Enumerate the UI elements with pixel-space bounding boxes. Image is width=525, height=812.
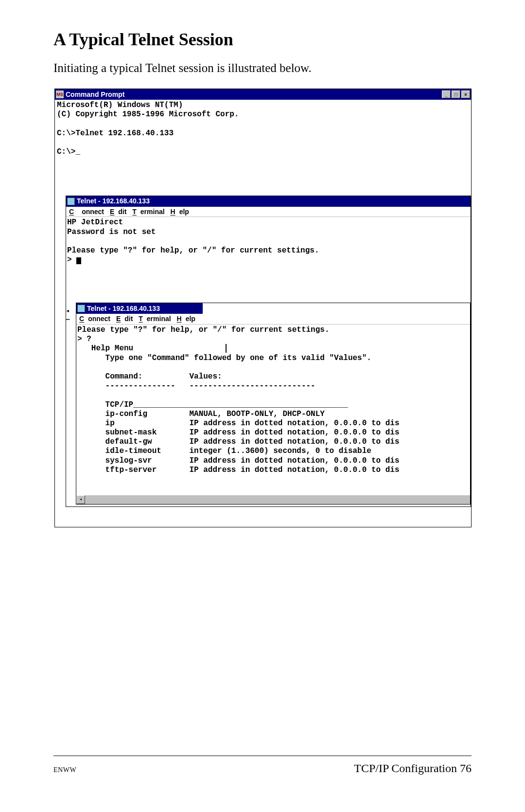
menu-terminal[interactable]: Terminal	[139, 315, 171, 323]
menu-connect[interactable]: Connect	[69, 208, 104, 216]
cmd-titlebar: MS Command Prompt _ □ ×	[55, 89, 471, 100]
cmd-title-text: Command Prompt	[66, 90, 441, 98]
telnet2-menubar: Connect Edit Terminal Help	[76, 314, 470, 325]
minimize-button[interactable]: _	[442, 90, 451, 98]
telnet1-titlebar: Telnet - 192.168.40.133	[66, 196, 471, 207]
telnet1-menubar: Connect Edit Terminal Help	[66, 207, 471, 217]
telnet-icon	[77, 305, 85, 312]
telnet2-body: Please type "?" for help, or "/" for cur…	[76, 325, 470, 505]
cmd-text: Microsoft(R) Windows NT(TM) (C) Copyrigh…	[57, 101, 239, 156]
cursor-icon	[76, 257, 81, 264]
telnet1-text: HP JetDirect Password is not set Please …	[67, 218, 319, 264]
page-footer: ENWW TCP/IP Configuration 76	[53, 756, 472, 775]
telnet-window-1: Telnet - 192.168.40.133 Connect Edit Ter…	[66, 196, 471, 507]
telnet2-titlebar: Telnet - 192.168.40.133	[76, 303, 203, 314]
footer-right: TCP/IP Configuration 76	[354, 762, 472, 775]
telnet2-text-a: Please type "?" for help, or "/" for cur…	[77, 325, 329, 353]
cmd-output: Microsoft(R) Windows NT(TM) (C) Copyrigh…	[55, 100, 471, 527]
menu-edit[interactable]: Edit	[110, 208, 126, 216]
menu-edit[interactable]: Edit	[116, 315, 133, 323]
menu-help[interactable]: Help	[177, 315, 195, 323]
close-button[interactable]: ×	[461, 90, 470, 98]
intro-paragraph: Initiating a typical Telnet session is i…	[53, 61, 472, 75]
telnet-icon	[67, 198, 75, 205]
footer-left: ENWW	[53, 766, 76, 774]
horizontal-scrollbar[interactable]: ◂	[76, 495, 470, 504]
telnet2-title: Telnet - 192.168.40.133	[87, 305, 202, 313]
scroll-left-deco-icon: ◂—	[66, 307, 70, 324]
maximize-button[interactable]: □	[452, 90, 460, 98]
telnet2-text-b: Type one "Command" followed by one of it…	[77, 354, 400, 474]
scroll-left-icon[interactable]: ◂	[76, 495, 85, 504]
page-heading: A Typical Telnet Session	[53, 29, 472, 50]
command-prompt-window: MS Command Prompt _ □ × ▴ Microsoft(R) W…	[54, 89, 472, 527]
menu-help[interactable]: Help	[171, 208, 189, 216]
telnet-window-2: Telnet - 192.168.40.133 Connect Edit Ter…	[76, 303, 471, 505]
telnet1-body: HP JetDirect Password is not set Please …	[66, 217, 471, 506]
menu-terminal[interactable]: Terminal	[132, 208, 164, 216]
telnet1-title: Telnet - 192.168.40.133	[77, 197, 470, 205]
msdos-icon: MS	[56, 90, 64, 98]
text-cursor-icon	[226, 344, 227, 353]
menu-connect[interactable]: Connect	[79, 315, 110, 323]
